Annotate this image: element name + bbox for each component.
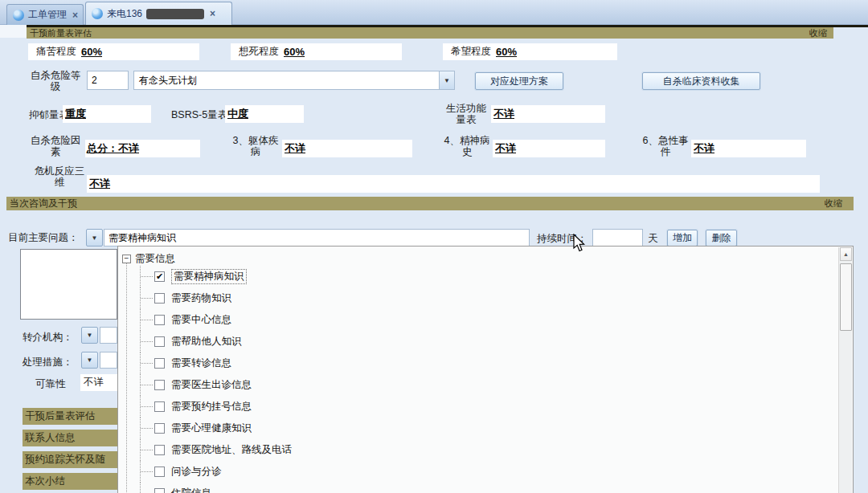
tree-item[interactable]: 需要转诊信息: [118, 352, 838, 374]
vertical-scrollbar[interactable]: ▲: [838, 247, 852, 493]
main-problem-dropdown-button[interactable]: ▼: [86, 229, 103, 246]
tree-branch-line: [140, 418, 141, 439]
collapse-button[interactable]: 收缩: [809, 27, 827, 39]
field-death-wish-level[interactable]: 想死程度 60%: [231, 43, 402, 60]
handling-measures-dropdown-button[interactable]: ▼: [81, 352, 98, 369]
tree-branch-line: [140, 287, 141, 309]
tab-work-order-management[interactable]: 工单管理 ×: [6, 4, 84, 25]
tree-item-label[interactable]: 需要医生出诊信息: [171, 378, 252, 392]
notes-textarea[interactable]: [20, 249, 117, 320]
tree-item[interactable]: 需要医生出诊信息: [118, 374, 838, 396]
field-pain-level[interactable]: 痛苦程度 60%: [28, 43, 199, 60]
tree-item-label[interactable]: 需帮助他人知识: [171, 335, 242, 348]
tree-branch-line: [140, 483, 141, 493]
tree-item-label[interactable]: 需要预约挂号信息: [171, 400, 252, 414]
delete-button[interactable]: 删除: [706, 230, 737, 246]
checkbox-icon[interactable]: [154, 401, 165, 412]
checkbox-icon[interactable]: [154, 358, 165, 369]
tree-item[interactable]: 需要药物知识: [118, 287, 838, 309]
tree-item[interactable]: ✔需要精神病知识: [118, 266, 838, 287]
checkbox-icon[interactable]: [154, 445, 165, 455]
close-tab-icon[interactable]: ×: [210, 8, 215, 19]
reliability-field[interactable]: 不详: [80, 374, 117, 391]
collapse-button[interactable]: 收缩: [825, 198, 842, 210]
handling-measures-field[interactable]: [100, 352, 117, 369]
referral-agency-dropdown-button[interactable]: ▼: [81, 327, 98, 344]
section-header-current-consult[interactable]: 当次咨询及干预 收缩: [6, 197, 854, 210]
main-problem-label: 目前主要问题：: [8, 231, 79, 245]
add-button[interactable]: 增加: [667, 230, 698, 246]
checkbox-icon[interactable]: [154, 467, 165, 477]
field-value: 60%: [81, 46, 102, 58]
referral-agency-field[interactable]: [100, 327, 117, 344]
tree-item[interactable]: 需要预约挂号信息: [118, 396, 838, 418]
main-problem-input[interactable]: [104, 229, 530, 246]
tree-collapse-icon[interactable]: −: [122, 255, 131, 263]
scroll-up-button[interactable]: ▲: [840, 247, 852, 261]
section-header-post-assessment[interactable]: 干预后量表评估: [23, 408, 117, 425]
checkbox-icon[interactable]: [154, 380, 165, 390]
tab-incoming-call[interactable]: 来电136 ×: [85, 2, 232, 25]
tree-item-label[interactable]: 需要心理健康知识: [171, 422, 252, 435]
tree-item-label[interactable]: 需要精神病知识: [171, 269, 247, 284]
tree-item[interactable]: 住院信息: [118, 483, 838, 493]
redacted-phone-number: [146, 9, 204, 19]
checkbox-icon[interactable]: [154, 423, 165, 434]
section-header-contact-info[interactable]: 联系人信息: [23, 430, 117, 446]
tree-item-label[interactable]: 需要药物知识: [171, 291, 231, 305]
crisis-reaction-label: 危机反应三维: [34, 165, 85, 188]
life-function-scale-label: 生活功能量表: [441, 103, 491, 125]
acute-event-label: 6、急性事件: [641, 135, 690, 157]
life-function-scale-field[interactable]: 不详: [491, 105, 605, 123]
tree-item-label[interactable]: 需要转诊信息: [171, 357, 231, 370]
tree-item-label[interactable]: 需要中心信息: [171, 313, 231, 327]
chevron-down-icon[interactable]: ▼: [439, 71, 454, 89]
depression-scale-field[interactable]: 重度: [63, 105, 151, 123]
close-tab-icon[interactable]: ×: [72, 10, 78, 21]
risk-factor-total-field[interactable]: 总分：不详: [85, 140, 200, 157]
checkbox-icon[interactable]: [154, 336, 165, 347]
tab-bar: 工单管理 × 来电136 ×: [0, 0, 868, 25]
corresponding-plan-button[interactable]: 对应处理方案: [475, 72, 563, 90]
risk-level-input[interactable]: [87, 71, 129, 90]
crisis-reaction-field[interactable]: 不详: [87, 175, 820, 193]
field-hope-level[interactable]: 希望程度 60%: [443, 43, 617, 60]
tree-branch-line: [140, 266, 141, 287]
field-value: 重度: [65, 107, 86, 121]
bsrs5-scale-field[interactable]: 中度: [225, 105, 304, 123]
suicide-clinical-data-button[interactable]: 自杀临床资料收集: [642, 72, 760, 90]
psychiatric-history-field[interactable]: 不详: [493, 140, 605, 157]
section-title: 当次咨询及干预: [10, 197, 77, 210]
acute-event-field[interactable]: 不详: [691, 140, 806, 157]
tree-item[interactable]: 需要心理健康知识: [118, 418, 838, 439]
tree-item-label[interactable]: 问诊与分诊: [171, 465, 222, 479]
section-header-pre-assessment[interactable]: 干预前量表评估 收缩: [27, 27, 833, 39]
field-value: 总分：不详: [87, 141, 139, 156]
physical-illness-field[interactable]: 不详: [282, 140, 412, 157]
tab-label: 来电136: [107, 7, 142, 21]
checkbox-icon[interactable]: [154, 488, 165, 493]
section-header-session-summary[interactable]: 本次小结: [23, 473, 117, 490]
field-value: 中度: [227, 107, 248, 121]
tree-item-label[interactable]: 住院信息: [171, 487, 211, 493]
tree-branch-line: [140, 309, 141, 331]
risk-level-combo[interactable]: 有念头无计划 ▼: [133, 71, 455, 90]
combo-selected-value: 有念头无计划: [134, 74, 197, 88]
tree-item-label[interactable]: 需要医院地址、路线及电话: [171, 443, 292, 457]
psychiatric-history-label: 4、精神病史: [442, 135, 492, 157]
checkbox-icon[interactable]: [154, 315, 165, 325]
tree-item[interactable]: 需帮助他人知识: [118, 331, 838, 352]
tree-item[interactable]: 需要中心信息: [118, 309, 838, 331]
tree-item[interactable]: 问诊与分诊: [118, 461, 838, 483]
checkbox-icon[interactable]: [154, 293, 165, 304]
section-header-followup-care[interactable]: 预约追踪关怀及随: [23, 451, 117, 468]
tree-root-row[interactable]: − 需要信息: [118, 251, 175, 266]
referral-agency-label: 转介机构：: [23, 331, 73, 344]
duration-input[interactable]: [592, 229, 643, 246]
checkbox-icon[interactable]: ✔: [154, 271, 165, 282]
tree-root-label: 需要信息: [135, 252, 175, 266]
tree-item[interactable]: 需要医院地址、路线及电话: [118, 439, 838, 461]
duration-unit-label: 天: [648, 232, 658, 246]
physical-illness-label: 3、躯体疾病: [230, 135, 281, 157]
scrollbar-thumb[interactable]: [840, 263, 852, 331]
